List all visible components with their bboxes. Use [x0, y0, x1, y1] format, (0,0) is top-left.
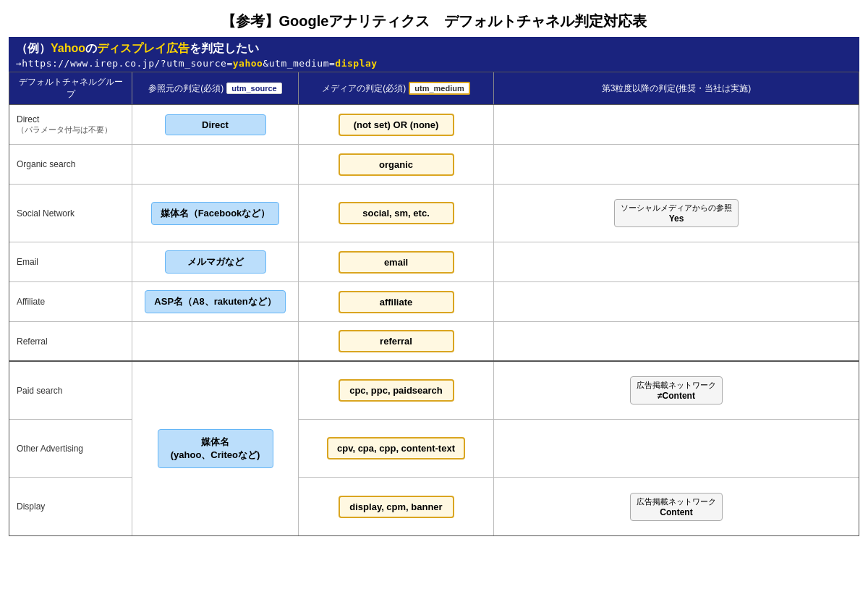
social-medium-box: social, sm, etc.: [339, 202, 454, 224]
organic-label: Organic search: [17, 159, 75, 169]
display-note-line2: Content: [637, 507, 716, 517]
channel-email: Email: [9, 242, 132, 281]
email-label: Email: [17, 257, 38, 267]
paid-search-label: Paid search: [17, 386, 62, 396]
display-medium-box: display, cpm, banner: [339, 496, 454, 518]
example-suffix: を判定したい: [190, 42, 259, 54]
other-adv-medium: cpv, cpa, cpp, content-text: [299, 420, 493, 478]
merged-source-box: 媒体名(yahoo、Criteoなど): [158, 429, 273, 468]
channel-direct: Direct （パラメータ付与は不要）: [9, 105, 132, 144]
row-referral: Referral referral: [9, 322, 859, 362]
page-wrapper: 【参考】Googleアナリティクス デフォルトチャネル判定対応表 （例）Yaho…: [0, 0, 868, 543]
social-note-line1: ソーシャルメディアからの参照: [621, 203, 732, 213]
row-email: Email メルマガなど email: [9, 242, 859, 282]
header-col3: メディアの判定(必須) utm_medium: [299, 72, 494, 104]
paid-search-note: 広告掲載ネットワーク ≠Content: [494, 362, 859, 420]
channel-social: Social Network: [9, 185, 132, 242]
email-medium-box: email: [339, 251, 454, 274]
channel-affiliate: Affiliate: [9, 282, 132, 321]
organic-medium-box: organic: [339, 153, 454, 176]
social-note-line2: Yes: [621, 213, 732, 224]
other-adv-note: [494, 420, 859, 478]
example-utm-medium: &utm_medium=: [263, 58, 335, 69]
direct-note: [494, 105, 859, 144]
affiliate-medium: affiliate: [299, 282, 494, 321]
paid-search-medium-box: cpc, ppc, paidsearch: [339, 379, 454, 402]
bottom-col3: cpc, ppc, paidsearch cpv, cpa, cpp, cont…: [299, 362, 494, 535]
referral-medium: referral: [299, 322, 494, 360]
example-line1: （例）Yahooのディスプレイ広告を判定したい: [16, 41, 852, 56]
paid-search-medium: cpc, ppc, paidsearch: [299, 362, 493, 420]
header-col4: 第3粒度以降の判定(推奨・当社は実施): [494, 72, 859, 104]
referral-source: [132, 322, 299, 360]
main-table: デフォルトチャネルグループ 参照元の判定(必須) utm_source メディア…: [9, 72, 859, 536]
referral-note: [494, 322, 859, 360]
channel-organic: Organic search: [9, 145, 132, 184]
social-source: 媒体名（Facebookなど）: [132, 185, 299, 242]
direct-label: Direct: [17, 114, 112, 124]
bottom-section: Paid search Other Advertising Display 媒体…: [9, 362, 859, 535]
social-source-box: 媒体名（Facebookなど）: [151, 202, 280, 225]
display-label: Display: [17, 501, 45, 512]
display-medium: display, cpm, banner: [299, 478, 493, 535]
bottom-col1: Paid search Other Advertising Display: [9, 362, 132, 535]
organic-source: [132, 145, 299, 184]
header-col3-label: メディアの判定(必須): [322, 82, 406, 95]
example-box: （例）Yahooのディスプレイ広告を判定したい →https://www.ire…: [9, 37, 859, 72]
paid-search-channel: Paid search: [9, 362, 132, 420]
direct-source-box: Direct: [165, 114, 266, 135]
utm-source-badge: utm_source: [226, 82, 281, 94]
example-no: の: [85, 42, 97, 54]
social-note: ソーシャルメディアからの参照 Yes: [494, 185, 859, 242]
header-col2-label: 参照元の判定(必須): [148, 82, 224, 95]
example-display-param: display: [335, 58, 377, 69]
referral-medium-box: referral: [339, 330, 454, 352]
email-medium: email: [299, 242, 494, 281]
direct-medium: (not set) OR (none): [299, 105, 494, 144]
display-note-box: 広告掲載ネットワーク Content: [630, 493, 723, 521]
affiliate-medium-box: affiliate: [339, 291, 454, 313]
social-note-box: ソーシャルメディアからの参照 Yes: [614, 199, 739, 227]
other-adv-label: Other Advertising: [17, 444, 83, 454]
example-display-ad: ディスプレイ広告: [97, 42, 190, 54]
main-title: 【参考】Googleアナリティクス デフォルトチャネル判定対応表: [9, 7, 859, 37]
bottom-col2-merged: 媒体名(yahoo、Criteoなど): [132, 362, 299, 535]
channel-referral: Referral: [9, 322, 132, 360]
direct-medium-box: (not set) OR (none): [339, 114, 454, 136]
paid-search-note-line2: ≠Content: [637, 391, 716, 401]
social-medium: social, sm, etc.: [299, 185, 494, 242]
display-note: 広告掲載ネットワーク Content: [494, 478, 859, 535]
affiliate-source-box: ASP名（A8、rakutenなど）: [145, 290, 285, 313]
utm-medium-badge: utm_medium: [409, 82, 469, 95]
example-url-prefix: →https://www.irep.co.jp/?utm_source=: [16, 58, 233, 69]
table-header: デフォルトチャネルグループ 参照元の判定(必須) utm_source メディア…: [9, 72, 859, 105]
referral-label: Referral: [17, 336, 48, 347]
example-prefix: （例）: [16, 42, 51, 54]
display-channel: Display: [9, 478, 132, 535]
bottom-col4: 広告掲載ネットワーク ≠Content 広告掲載ネットワーク Content: [494, 362, 859, 535]
email-source-box: メルマガなど: [165, 250, 266, 274]
other-adv-medium-box: cpv, cpa, cpp, content-text: [327, 437, 465, 459]
email-note: [494, 242, 859, 281]
affiliate-label: Affiliate: [17, 297, 45, 307]
row-social: Social Network 媒体名（Facebookなど） social, s…: [9, 185, 859, 242]
email-source: メルマガなど: [132, 242, 299, 281]
row-direct: Direct （パラメータ付与は不要） Direct (not set) OR …: [9, 105, 859, 145]
display-note-line1: 広告掲載ネットワーク: [637, 496, 716, 507]
other-adv-channel: Other Advertising: [9, 420, 132, 478]
paid-search-note-line1: 広告掲載ネットワーク: [637, 380, 716, 391]
example-yahoo: Yahoo: [51, 42, 85, 54]
direct-source: Direct: [132, 105, 299, 144]
header-col1: デフォルトチャネルグループ: [9, 72, 132, 104]
organic-note: [494, 145, 859, 184]
row-affiliate: Affiliate ASP名（A8、rakutenなど） affiliate: [9, 282, 859, 322]
organic-medium: organic: [299, 145, 494, 184]
affiliate-source: ASP名（A8、rakutenなど）: [132, 282, 299, 321]
paid-search-note-box: 広告掲載ネットワーク ≠Content: [630, 376, 723, 404]
header-col2: 参照元の判定(必須) utm_source: [132, 72, 299, 104]
row-organic: Organic search organic: [9, 145, 859, 185]
direct-sub: （パラメータ付与は不要）: [17, 124, 112, 135]
example-line2: →https://www.irep.co.jp/?utm_source=yaho…: [16, 58, 852, 69]
example-yahoo-param: yahoo: [233, 58, 263, 69]
affiliate-note: [494, 282, 859, 321]
